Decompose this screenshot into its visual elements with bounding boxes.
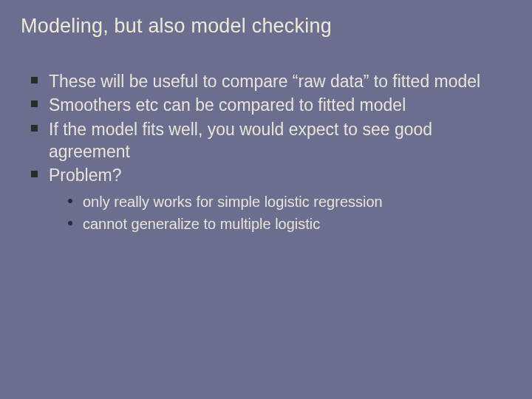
slide: Modeling, but also model checking These … — [0, 0, 532, 399]
bullet-list: These will be useful to compare “raw dat… — [21, 70, 511, 234]
sub-bullet-list: only really works for simple logistic re… — [49, 191, 511, 234]
sub-bullet-item: only really works for simple logistic re… — [66, 191, 511, 212]
bullet-text: Problem? — [49, 166, 121, 185]
sub-bullet-item: cannot generalize to multiple logistic — [66, 214, 511, 234]
bullet-item: Smoothers etc can be compared to fitted … — [28, 94, 511, 116]
bullet-text: Smoothers etc can be compared to fitted … — [49, 95, 406, 115]
bullet-item: If the model fits well, you would expect… — [28, 118, 511, 163]
slide-title: Modeling, but also model checking — [21, 15, 511, 38]
sub-bullet-text: cannot generalize to multiple logistic — [83, 216, 320, 232]
bullet-text: If the model fits well, you would expect… — [49, 120, 432, 161]
bullet-text: These will be useful to compare “raw dat… — [49, 72, 480, 91]
bullet-item: These will be useful to compare “raw dat… — [28, 70, 511, 92]
sub-bullet-text: only really works for simple logistic re… — [83, 194, 383, 210]
bullet-item: Problem? only really works for simple lo… — [28, 164, 511, 233]
